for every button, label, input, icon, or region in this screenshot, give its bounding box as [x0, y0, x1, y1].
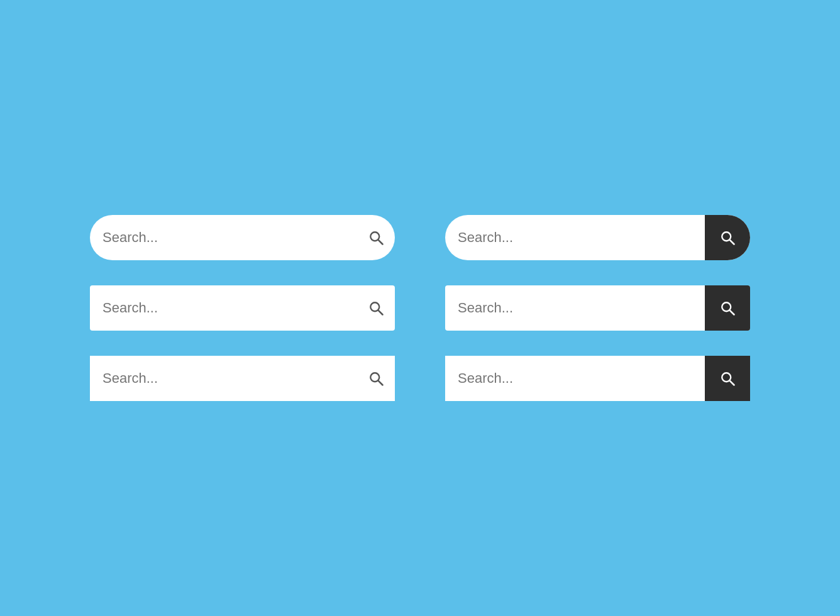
svg-point-0: [370, 232, 379, 241]
search-bar-4: [445, 285, 750, 331]
svg-line-1: [379, 240, 382, 244]
search-input-6[interactable]: [445, 370, 705, 387]
search-button-5[interactable]: [357, 356, 395, 401]
search-button-4[interactable]: [705, 285, 750, 331]
svg-line-5: [379, 311, 382, 314]
search-button-2[interactable]: [705, 215, 750, 260]
svg-line-3: [730, 240, 734, 244]
search-input-2[interactable]: [445, 229, 705, 246]
search-input-5[interactable]: [90, 370, 357, 387]
search-bar-1: [90, 215, 395, 260]
search-bar-5: [90, 356, 395, 401]
svg-line-7: [730, 311, 734, 314]
search-input-4[interactable]: [445, 300, 705, 316]
search-icon-3: [367, 299, 385, 317]
search-bar-6: [445, 356, 750, 401]
search-bars-grid: [90, 215, 750, 401]
search-icon-4: [719, 299, 736, 317]
search-icon-5: [367, 370, 385, 387]
search-button-1[interactable]: [357, 215, 395, 260]
svg-point-2: [722, 232, 731, 241]
search-input-3[interactable]: [90, 300, 357, 316]
search-icon-6: [719, 370, 736, 387]
search-icon-1: [367, 229, 385, 246]
search-input-1[interactable]: [90, 229, 357, 246]
search-bar-3: [90, 285, 395, 331]
search-button-6[interactable]: [705, 356, 750, 401]
search-icon-2: [719, 229, 736, 246]
svg-line-9: [379, 381, 382, 385]
svg-line-11: [730, 381, 734, 385]
search-button-3[interactable]: [357, 285, 395, 331]
svg-point-6: [722, 302, 731, 311]
svg-point-8: [370, 373, 379, 382]
svg-point-10: [722, 373, 731, 382]
search-bar-2: [445, 215, 750, 260]
svg-point-4: [370, 302, 379, 311]
